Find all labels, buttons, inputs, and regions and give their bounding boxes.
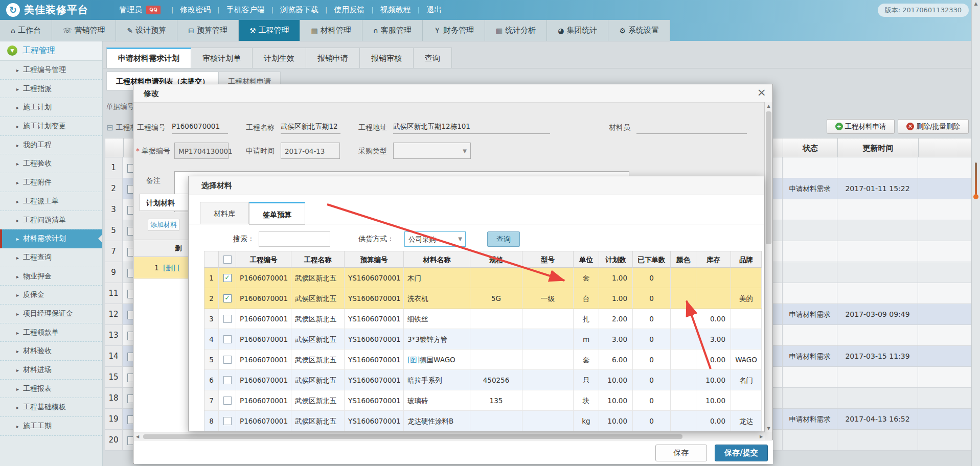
save-button[interactable]: 保存	[655, 445, 707, 461]
sidebar-item[interactable]: ▸工程附件	[0, 173, 102, 192]
vertical-scrollbar[interactable]: ▲ ▼	[764, 102, 772, 432]
row-checkbox[interactable]	[223, 376, 232, 384]
main-tab[interactable]: 报销申请	[306, 48, 360, 68]
sidebar-item[interactable]: ▸工程基础模板	[0, 398, 102, 417]
nav-tab-bar-chart[interactable]: ▥统计分析	[485, 20, 547, 41]
nav-tab-finance-yen[interactable]: ￥财务管理	[423, 20, 485, 41]
column-header[interactable]: 材料名称	[404, 251, 470, 268]
material-row[interactable]: 2✓P1606070001武侯区新北五YS1606070001洗衣机5G一级台1…	[204, 288, 762, 309]
nav-tab-home[interactable]: ⌂工作台	[0, 20, 52, 41]
nav-tab-engineering[interactable]: ⚒工程管理	[239, 20, 301, 41]
column-header[interactable]: 单位	[574, 251, 599, 268]
sidebar-item[interactable]: ▸工程问题清单	[0, 211, 102, 230]
column-header[interactable]: 工程名称	[291, 251, 345, 268]
column-header[interactable]: 库存	[696, 251, 731, 268]
plan-material-tab[interactable]: 计划材料	[140, 194, 190, 211]
tab-signed-budget[interactable]: 签单预算	[249, 202, 305, 225]
row-checkbox[interactable]	[223, 417, 232, 425]
column-header[interactable]: 规格	[470, 251, 522, 268]
sidebar-item[interactable]: ▸工程指派	[0, 80, 102, 99]
apply-material-button[interactable]: + 工程材料申请	[827, 119, 895, 134]
scroll-down-icon[interactable]: ▼	[765, 426, 772, 431]
save-submit-button[interactable]: 保存/提交	[715, 445, 768, 461]
sidebar-header[interactable]: ▼ 工程管理	[0, 41, 102, 61]
material-row[interactable]: 8P1606070001武侯区新北五YS1606070001龙达硬性涂料Bkg1…	[204, 411, 762, 431]
material-row[interactable]: 7P1606070001武侯区新北五YS1606070001玻璃砖135块10.…	[204, 390, 762, 411]
material-row[interactable]: 3P1606070001武侯区新北五YS1606070001细铁丝扎2.0000…	[204, 309, 762, 329]
scroll-up-icon[interactable]: ▲	[972, 1, 980, 6]
column-header[interactable]: 预算编号	[345, 251, 404, 268]
main-tab[interactable]: 申请材料需求计划	[106, 48, 191, 68]
supply-mode-select[interactable]: 公司采购 ▼	[404, 231, 466, 247]
thermometer-indicator[interactable]	[973, 162, 978, 205]
sidebar-item[interactable]: ▸项目经理保证金	[0, 305, 102, 323]
main-tab[interactable]: 查询	[414, 48, 452, 68]
main-tab[interactable]: 报销审核	[360, 48, 414, 68]
sidebar-item[interactable]: ▸工程报表	[0, 380, 102, 399]
delete-row-link[interactable]: [删] [	[163, 257, 180, 278]
tab-material-library[interactable]: 材料库	[200, 202, 249, 224]
notification-badge[interactable]: 99	[146, 6, 161, 14]
search-input[interactable]	[259, 231, 330, 247]
nav-tab-materials-grid[interactable]: ▦材料管理	[300, 20, 362, 41]
image-link[interactable]: [图]	[407, 356, 420, 364]
scrollbar-thumb[interactable]	[143, 434, 682, 439]
close-icon[interactable]: ×	[757, 86, 766, 99]
row-checkbox[interactable]	[223, 335, 232, 343]
order-no-input[interactable]: MP1704130001	[174, 143, 229, 159]
top-menu-link[interactable]: 浏览器下载	[280, 5, 318, 15]
scrollbar-thumb[interactable]	[766, 111, 771, 244]
sidebar-item[interactable]: ▸材料需求计划	[0, 229, 102, 248]
scroll-left-icon[interactable]: ◀	[134, 433, 141, 440]
nav-tab-budget-monitor[interactable]: ⊟预算管理	[177, 20, 239, 41]
horizontal-scrollbar[interactable]: ◀ ▶	[134, 433, 765, 440]
main-tab[interactable]: 审核计划单	[191, 48, 253, 68]
sidebar-item[interactable]: ▸工程派工单	[0, 192, 102, 211]
nav-tab-headset[interactable]: ∩客服管理	[362, 20, 423, 41]
top-menu-link[interactable]: 手机客户端	[226, 5, 265, 15]
row-checkbox[interactable]: ✓	[223, 294, 232, 302]
sidebar-item[interactable]: ▸工程编号管理	[0, 61, 102, 80]
status-column-header[interactable]: 状态	[783, 138, 837, 158]
column-header[interactable]: 工程编号	[236, 251, 291, 268]
delete-batch-button[interactable]: ✕ 删除/批量删除	[898, 119, 969, 134]
select-all-checkbox[interactable]	[223, 255, 232, 264]
material-row[interactable]: 1✓P1606070001武侯区新北五YS1606070001木门套1.000	[204, 268, 762, 288]
time-column-header[interactable]: 更新时间	[837, 138, 918, 158]
purchase-type-select[interactable]: ▼	[393, 143, 471, 159]
sidebar-item[interactable]: ▸物业押金	[0, 267, 102, 286]
sidebar-item[interactable]: ▸工程领款单	[0, 323, 102, 342]
column-header[interactable]: 型号	[522, 251, 574, 268]
query-button[interactable]: 查询	[487, 231, 520, 247]
column-header[interactable]: 已下单数	[633, 251, 671, 268]
add-material-button[interactable]: 添加材料	[148, 219, 179, 231]
sidebar-item[interactable]: ▸材料验收	[0, 342, 102, 361]
row-checkbox[interactable]	[223, 315, 232, 323]
top-menu-link[interactable]: 使用反馈	[334, 5, 364, 15]
sidebar-item[interactable]: ▸工程查询	[0, 248, 102, 267]
user-name[interactable]: 管理员	[119, 5, 142, 15]
column-header[interactable]: 计划数	[599, 251, 633, 268]
material-row[interactable]: 6P1606070001武侯区新北五YS1606070001暗拉手系列45025…	[204, 370, 762, 390]
row-checkbox[interactable]: ✓	[223, 274, 232, 282]
sidebar-item[interactable]: ▸施工工期	[0, 417, 102, 436]
material-row[interactable]: 4P1606070001武侯区新北五YS16060700013*3镀锌方管m3.…	[204, 329, 762, 350]
column-header[interactable]: 品牌	[731, 251, 762, 268]
nav-tab-marketing[interactable]: ☏营销管理	[52, 20, 117, 41]
row-checkbox[interactable]	[223, 397, 232, 405]
apply-date-input[interactable]: 2017-04-13	[281, 143, 340, 159]
sidebar-item[interactable]: ▸施工计划	[0, 98, 102, 117]
nav-tab-design-budget[interactable]: ✎设计预算	[116, 20, 177, 41]
nav-tab-gear[interactable]: ⚙系统设置	[608, 20, 670, 41]
collapse-icon[interactable]: ▼	[7, 45, 17, 56]
sidebar-item[interactable]: ▸质保金	[0, 286, 102, 305]
nav-tab-pie-chart[interactable]: ◕集团统计	[547, 20, 608, 41]
top-menu-link[interactable]: 视频教程	[380, 5, 411, 15]
scroll-up-icon[interactable]: ▲	[765, 104, 772, 108]
material-row[interactable]: 5P1606070001武侯区新北五YS1606070001[图]德国WAGO套…	[204, 350, 762, 370]
sidebar-item[interactable]: ▸材料进场	[0, 361, 102, 380]
main-tab[interactable]: 计划生效	[253, 48, 306, 68]
page-scrollbar[interactable]: ▲	[971, 0, 980, 466]
sidebar-item[interactable]: ▸我的工程	[0, 136, 102, 155]
column-header[interactable]: 颜色	[671, 251, 696, 268]
